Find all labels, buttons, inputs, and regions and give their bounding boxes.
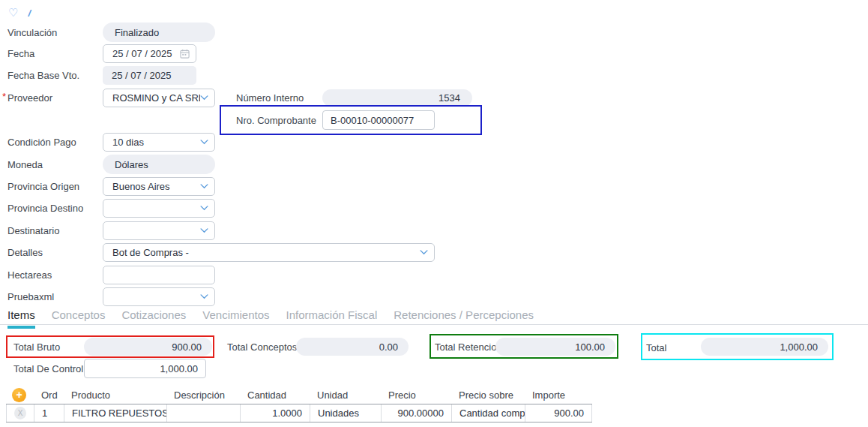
calendar-icon[interactable] xyxy=(180,49,190,59)
fecha-date-input[interactable]: 25 / 07 / 2025 xyxy=(103,44,196,63)
fecha-value: 25 / 07 / 2025 xyxy=(112,48,172,59)
pruebaxml-label: Pruebaxml xyxy=(7,291,54,302)
nro-comprobante-input[interactable] xyxy=(322,110,435,130)
total-bruto-label: Total Bruto xyxy=(13,341,60,353)
col-precio: Precio xyxy=(381,386,451,404)
detalles-value: Bot de Compras - xyxy=(112,247,189,258)
numero-interno-value: 1534 xyxy=(322,89,472,107)
provincia-origen-select[interactable]: Buenos Aires xyxy=(103,177,215,196)
cell-precio[interactable]: 900.00000 xyxy=(381,404,451,422)
fecha-base-value: 25 / 07 / 2025 xyxy=(103,66,196,85)
tab-cotizaciones[interactable]: Cotizaciones xyxy=(121,308,186,329)
provincia-origen-label: Provincia Origen xyxy=(7,181,79,192)
col-importe: Importe xyxy=(525,386,592,404)
vinculacion-label: Vinculación xyxy=(7,27,57,38)
moneda-label: Moneda xyxy=(7,159,43,170)
total-label: Total xyxy=(646,342,666,353)
cell-importe[interactable]: 900.00 xyxy=(525,404,592,422)
hectareas-label: Hectareas xyxy=(7,269,52,281)
vinculacion-value: Finalizado xyxy=(103,23,215,42)
pruebaxml-select[interactable] xyxy=(103,287,215,306)
total-value: 1,000.00 xyxy=(701,338,828,356)
total-de-control-label: Total De Control xyxy=(13,363,83,374)
tab-retenciones-percepciones[interactable]: Retenciones / Percepciones xyxy=(394,308,534,329)
proveedor-value: ROSMINO y CA SRL xyxy=(112,92,200,104)
table-row: X 1 FILTRO REPUESTOS t... 1.0000 Unidade… xyxy=(6,404,592,422)
provincia-origen-value: Buenos Aires xyxy=(112,181,170,192)
section-tabs: Items Conceptos Cotizaciones Vencimiento… xyxy=(7,308,534,329)
condicion-pago-select[interactable]: 10 dias xyxy=(103,133,215,152)
chevron-down-icon xyxy=(200,184,208,189)
col-ord: Ord xyxy=(34,386,64,404)
add-item-button[interactable]: + xyxy=(12,388,26,402)
moneda-value: Dólares xyxy=(103,155,215,174)
col-cantidad: Cantidad xyxy=(240,386,310,404)
destinatario-select[interactable] xyxy=(103,221,215,240)
total-de-control-input[interactable] xyxy=(84,359,206,378)
chevron-down-icon xyxy=(420,250,428,255)
required-asterisk: * xyxy=(2,91,6,102)
detalles-label: Detalles xyxy=(7,247,43,258)
col-producto: Producto xyxy=(64,386,166,404)
total-bruto-value: 900.00 xyxy=(84,338,212,356)
tab-vencimientos[interactable]: Vencimientos xyxy=(202,308,269,329)
fecha-label: Fecha xyxy=(7,48,34,59)
toolbar-icons: ♡ / xyxy=(8,6,31,20)
destinatario-label: Destinatario xyxy=(7,225,59,236)
provincia-destino-label: Provincia Destino xyxy=(7,203,83,214)
chevron-down-icon xyxy=(200,228,208,233)
col-unidad: Unidad xyxy=(310,386,381,404)
proveedor-label: Proveedor xyxy=(7,92,52,104)
tabs-divider xyxy=(0,324,868,325)
tab-items[interactable]: Items xyxy=(7,308,35,329)
hectareas-input[interactable] xyxy=(103,266,215,284)
cell-descripcion[interactable] xyxy=(166,404,240,422)
purchase-invoice-form: ♡ / Vinculación Finalizado Fecha 25 / 07… xyxy=(0,0,868,427)
fecha-base-label: Fecha Base Vto. xyxy=(7,70,79,81)
link-icon[interactable]: ♡ xyxy=(8,6,18,20)
cell-unidad[interactable]: Unidades xyxy=(310,404,381,422)
chevron-down-icon xyxy=(200,95,208,101)
chevron-down-icon xyxy=(200,206,208,211)
proveedor-select[interactable]: ROSMINO y CA SRL xyxy=(103,89,215,107)
condicion-pago-label: Condición Pago xyxy=(7,137,76,148)
condicion-pago-value: 10 dias xyxy=(112,137,144,148)
nro-comprobante-label: Nro. Comprobante xyxy=(236,115,316,126)
total-conceptos-label: Total Conceptos xyxy=(227,341,297,353)
items-table: + Ord Producto Descripción Cantidad Unid… xyxy=(6,386,592,422)
numero-interno-label: Número Interno xyxy=(236,92,304,104)
provincia-destino-select[interactable] xyxy=(103,199,215,218)
cell-precio-sobre[interactable]: Cantidad compra xyxy=(451,404,525,422)
tab-conceptos[interactable]: Conceptos xyxy=(52,308,106,329)
tab-informacion-fiscal[interactable]: Información Fiscal xyxy=(286,308,378,329)
remove-item-button[interactable]: X xyxy=(14,407,26,419)
cell-ord[interactable]: 1 xyxy=(34,404,64,422)
slash-icon[interactable]: / xyxy=(28,8,31,19)
col-descripcion: Descripción xyxy=(166,386,240,404)
chevron-down-icon xyxy=(200,294,208,299)
chevron-down-icon xyxy=(200,140,208,145)
total-retenciones-value: 100.00 xyxy=(495,338,615,356)
detalles-select[interactable]: Bot de Compras - xyxy=(103,243,435,262)
cell-cantidad[interactable]: 1.0000 xyxy=(240,404,310,422)
items-table-header: + Ord Producto Descripción Cantidad Unid… xyxy=(6,386,592,404)
total-conceptos-value: 0.00 xyxy=(296,338,409,356)
col-precio-sobre: Precio sobre xyxy=(451,386,525,404)
cell-producto[interactable]: FILTRO REPUESTOS t... xyxy=(64,404,166,422)
